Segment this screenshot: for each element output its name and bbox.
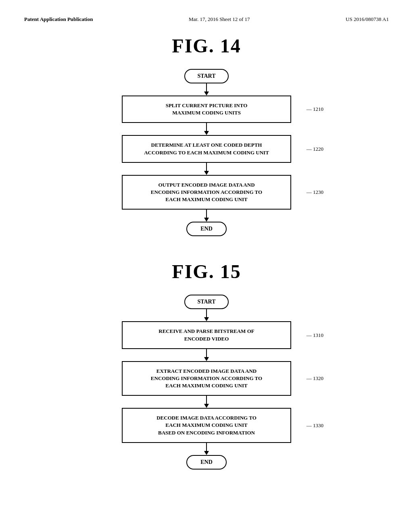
figure-14-title: FIG. 14 (172, 35, 241, 57)
flowchart-14: START SPLIT CURRENT PICTURE INTOMAXIMUM … (24, 69, 389, 236)
node-1230: OUTPUT ENCODED IMAGE DATA ANDENCODING IN… (122, 175, 291, 210)
arrow-line (206, 123, 207, 131)
start-terminal-14: START (184, 69, 228, 83)
header-left: Patent Application Publication (24, 16, 93, 23)
node-1210: SPLIT CURRENT PICTURE INTOMAXIMUM CODING… (122, 96, 291, 123)
arrow-15-3 (204, 396, 209, 408)
node-1220-wrapper: DETERMINE AT LEAST ONE CODED DEPTHACCORD… (122, 135, 291, 162)
arrow-line (206, 163, 207, 171)
label-1320: 1320 (307, 375, 323, 382)
header-center: Mar. 17, 2016 Sheet 12 of 17 (189, 16, 250, 23)
arrow-line (206, 396, 207, 404)
figure-15: FIG. 15 START RECEIVE AND PARSE BITSTREA… (24, 260, 389, 470)
end-terminal-14: END (186, 222, 227, 236)
arrow-line (206, 309, 207, 317)
figure-divider (24, 252, 389, 260)
figure-15-title: FIG. 15 (172, 260, 241, 283)
end-node-15: END (186, 455, 227, 470)
node-1330-wrapper: DECODE IMAGE DATA ACCORDING TOEACH MAXIM… (122, 408, 291, 443)
node-1320-wrapper: EXTRACT ENCODED IMAGE DATA ANDENCODING I… (122, 361, 291, 396)
arrow-15-2 (204, 349, 209, 361)
node-1220: DETERMINE AT LEAST ONE CODED DEPTHACCORD… (122, 135, 291, 162)
start-node-15: START (184, 295, 228, 309)
arrow-15-1 (204, 309, 209, 321)
label-1210: 1210 (307, 106, 323, 112)
arrow-line (206, 210, 207, 218)
arrow-head (204, 404, 209, 408)
start-node-14: START (184, 69, 228, 83)
end-node-14: END (186, 222, 227, 236)
arrow-head (204, 451, 209, 455)
page-header: Patent Application Publication Mar. 17, … (24, 16, 389, 23)
arrow-head (204, 91, 209, 96)
arrow-head (204, 317, 209, 321)
end-terminal-15: END (186, 455, 227, 470)
node-1230-wrapper: OUTPUT ENCODED IMAGE DATA ANDENCODING IN… (122, 175, 291, 210)
arrow-head (204, 131, 209, 135)
arrow-line (206, 349, 207, 357)
arrow-head (204, 357, 209, 361)
node-1330: DECODE IMAGE DATA ACCORDING TOEACH MAXIM… (122, 408, 291, 443)
arrow-head (204, 171, 209, 175)
arrow-head (204, 218, 209, 222)
arrow-line (206, 83, 207, 91)
page: Patent Application Publication Mar. 17, … (0, 0, 413, 532)
arrow-14-3 (204, 163, 209, 175)
label-1220: 1220 (307, 146, 323, 152)
node-1310-wrapper: RECEIVE AND PARSE BITSTREAM OFENCODED VI… (122, 321, 291, 349)
node-1210-wrapper: SPLIT CURRENT PICTURE INTOMAXIMUM CODING… (122, 96, 291, 123)
arrow-14-2 (204, 123, 209, 135)
node-1320: EXTRACT ENCODED IMAGE DATA ANDENCODING I… (122, 361, 291, 396)
arrow-14-1 (204, 83, 209, 96)
start-terminal-15: START (184, 295, 228, 309)
node-1310: RECEIVE AND PARSE BITSTREAM OFENCODED VI… (122, 321, 291, 349)
label-1230: 1230 (307, 189, 323, 195)
arrow-15-4 (204, 443, 209, 455)
label-1330: 1330 (307, 422, 323, 429)
label-1310: 1310 (307, 332, 323, 339)
arrow-line (206, 443, 207, 451)
flowchart-15: START RECEIVE AND PARSE BITSTREAM OFENCO… (24, 295, 389, 470)
header-right: US 2016/080738 A1 (346, 16, 389, 23)
figure-14: FIG. 14 START SPLIT CURRENT PICTURE INTO… (24, 35, 389, 236)
arrow-14-4 (204, 210, 209, 222)
